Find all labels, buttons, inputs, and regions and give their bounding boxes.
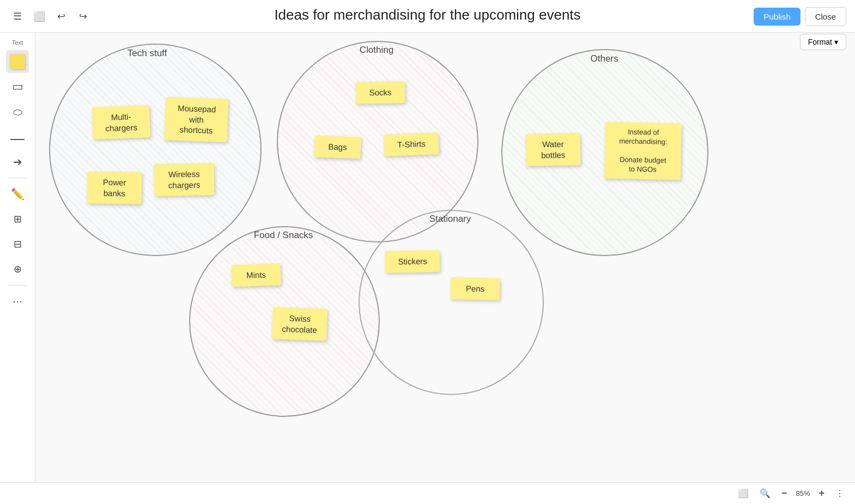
sticky-swiss-chocolate[interactable]: Swisschocolate (272, 307, 328, 341)
circle-label-others: Others (590, 53, 618, 64)
sidebar-divider-1 (8, 178, 27, 178)
sticky-icon (10, 54, 25, 69)
sidebar-item-ellipse[interactable]: ⬭ (6, 100, 29, 123)
undo-button[interactable]: ↩ (52, 8, 70, 25)
more-options-button[interactable]: ⋮ (833, 486, 846, 501)
toolbar-right: Publish Close (754, 0, 846, 33)
sidebar-item-insert[interactable]: ⊕ (6, 258, 29, 281)
insert-icon: ⊕ (14, 263, 22, 275)
redo-button[interactable]: ↪ (74, 8, 92, 25)
publish-button[interactable]: Publish (754, 8, 800, 26)
sticky-stickers[interactable]: Stickers (385, 250, 440, 272)
statusbar: ⬜ 🔍 − 85% + ⋮ (0, 482, 855, 504)
line-icon (10, 139, 25, 140)
sidebar-item-line[interactable] (6, 125, 29, 148)
close-button[interactable]: Close (805, 7, 846, 26)
toolbar: ☰ ⬜ ↩ ↪ Ideas for merchandising for the … (0, 0, 855, 33)
ellipse-icon: ⬭ (13, 106, 22, 118)
sidebar-item-arrow[interactable]: ➔ (6, 150, 29, 173)
circle-label-stationary: Stationary (429, 214, 471, 224)
toolbar-icons: ☰ ⬜ ↩ ↪ (9, 8, 92, 25)
sticky-socks[interactable]: Socks (356, 81, 405, 104)
sidebar-item-rectangle[interactable]: ▭ (6, 75, 29, 98)
sticky-bags[interactable]: Bags (314, 136, 361, 159)
circle-label-clothing: Clothing (360, 45, 393, 56)
shapes-icon: ⊞ (14, 213, 22, 225)
sticky-instead-of[interactable]: Instead ofmerchandising:Donate budgetto … (604, 122, 682, 180)
zoom-level: 85% (796, 489, 810, 497)
sticky-pens[interactable]: Pens (451, 277, 500, 300)
arrow-icon: ➔ (13, 155, 22, 168)
chevron-down-icon: ▾ (834, 38, 838, 46)
circle-tech-stuff (49, 44, 262, 256)
zoom-in-button[interactable]: + (816, 485, 827, 501)
sticky-water-bottles[interactable]: Waterbottles (525, 133, 580, 166)
search-button[interactable]: 🔍 (757, 486, 773, 501)
sidebar-item-more[interactable]: ⋯ (6, 290, 29, 313)
sidebar-item-shapes[interactable]: ⊞ (6, 208, 29, 230)
rectangle-icon: ▭ (12, 80, 23, 94)
sidebar-item-table[interactable]: ⊟ (6, 233, 29, 256)
page-button[interactable]: ⬜ (31, 8, 48, 25)
sidebar-item-sticky[interactable] (6, 50, 29, 73)
sticky-mints[interactable]: Mints (231, 263, 281, 287)
sticky-multi-chargers[interactable]: Multi-chargers (92, 105, 150, 139)
circle-stationary (359, 210, 544, 395)
page-title: Ideas for merchandising for the upcoming… (274, 7, 580, 23)
sidebar: Text ▭ ⬭ ➔ ✏️ ⊞ ⊟ ⊕ ⋯ (0, 33, 35, 482)
canvas: Tech stuff Multi-chargers Mousepadwithsh… (35, 33, 855, 482)
table-icon: ⊟ (14, 238, 22, 250)
sticky-mousepad[interactable]: Mousepadwithshortcuts (165, 97, 229, 142)
menu-button[interactable]: ☰ (9, 8, 26, 25)
circle-label-tech-stuff: Tech stuff (128, 48, 167, 59)
text-label: Text (12, 39, 23, 46)
zoom-out-button[interactable]: − (779, 485, 790, 501)
sticky-power-banks[interactable]: Powerbanks (87, 171, 142, 204)
format-button[interactable]: Format ▾ (800, 34, 846, 50)
circle-label-food-snacks: Food / Snacks (254, 230, 313, 241)
page-view-button[interactable]: ⬜ (736, 486, 751, 501)
sidebar-item-draw[interactable]: ✏️ (6, 183, 29, 205)
sticky-wireless-chargers[interactable]: Wirelesschargers (154, 163, 214, 196)
more-icon: ⋯ (13, 295, 22, 307)
draw-icon: ✏️ (11, 187, 25, 201)
sidebar-divider-2 (8, 285, 27, 286)
sticky-t-shirts[interactable]: T-Shirts (384, 132, 439, 156)
